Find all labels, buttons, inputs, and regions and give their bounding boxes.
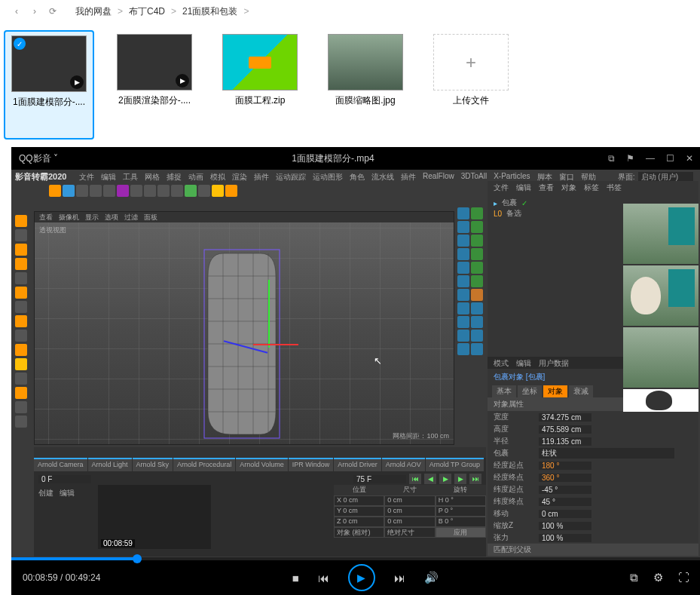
prop-value[interactable]: 180 ° xyxy=(539,462,591,470)
gizmo-x-axis[interactable] xyxy=(253,344,298,345)
menu-item[interactable]: RealFlow xyxy=(423,172,454,182)
menu-item[interactable]: 模拟 xyxy=(210,172,225,182)
vp-tab[interactable]: 过滤 xyxy=(124,213,138,222)
tool-icon[interactable] xyxy=(15,229,27,241)
prop-value[interactable]: -45 ° xyxy=(539,486,591,494)
tool-icon[interactable] xyxy=(471,235,483,247)
panel-tab[interactable]: 书签 xyxy=(607,182,622,193)
render-tab[interactable]: Arnold Light xyxy=(88,458,132,471)
tool-icon[interactable] xyxy=(15,401,27,413)
vp-tab[interactable]: 显示 xyxy=(85,213,99,222)
tool-icon[interactable] xyxy=(471,207,483,219)
crumb-root[interactable]: 我的网盘 xyxy=(69,5,118,18)
panel-tab[interactable]: 编辑 xyxy=(516,182,531,193)
tool-icon[interactable] xyxy=(471,330,483,342)
app-name[interactable]: QQ影音 ˅ xyxy=(19,152,58,165)
menu-item[interactable]: 角色 xyxy=(350,172,365,182)
menu-item[interactable]: 运动跟踪 xyxy=(276,172,306,182)
tool-icon[interactable] xyxy=(457,275,469,287)
settings-icon[interactable]: ⚙ xyxy=(653,571,663,584)
tool-icon[interactable] xyxy=(185,185,197,197)
tool-icon[interactable] xyxy=(457,330,469,342)
next-frame-icon[interactable]: ▶ xyxy=(454,474,466,484)
tool-icon[interactable] xyxy=(15,373,27,385)
menu-item[interactable]: 流水线 xyxy=(371,172,394,182)
menu-item[interactable]: 渲染 xyxy=(232,172,247,182)
tool-icon[interactable] xyxy=(457,221,469,233)
create-tab[interactable]: 创建 xyxy=(38,488,53,498)
volume-icon[interactable]: 🔊 xyxy=(424,571,439,584)
pip-icon[interactable]: ⧉ xyxy=(608,153,615,164)
crumb-p1[interactable]: 布丁C4D xyxy=(123,5,171,18)
tool-icon[interactable] xyxy=(471,289,483,301)
file-item-video2[interactable]: ▶ 2面膜渲染部分-.... xyxy=(109,30,200,140)
tool-icon[interactable] xyxy=(144,185,156,197)
file-item-zip[interactable]: 面膜工程.zip xyxy=(215,30,305,140)
tool-icon[interactable] xyxy=(15,344,27,356)
panel-tab[interactable]: 模式 xyxy=(494,358,509,367)
tool-icon[interactable] xyxy=(225,185,237,197)
goto-end-icon[interactable]: ⏭ xyxy=(469,474,481,484)
nav-refresh-icon[interactable]: ⟳ xyxy=(44,6,62,17)
tool-icon[interactable] xyxy=(15,358,27,370)
render-tab[interactable]: Arnold AOV xyxy=(382,458,425,471)
goto-start-icon[interactable]: ⏮ xyxy=(409,474,421,484)
tool-icon[interactable] xyxy=(15,244,27,256)
play-icon[interactable]: ▶ xyxy=(439,474,451,484)
timeline-ruler[interactable] xyxy=(34,447,486,458)
tool-icon[interactable] xyxy=(15,330,27,342)
tool-icon[interactable] xyxy=(117,185,129,197)
prop-value[interactable]: 100 % xyxy=(539,522,591,530)
subtab-object[interactable]: 对象 xyxy=(543,385,567,397)
menu-item[interactable]: 工具 xyxy=(123,172,138,182)
next-icon[interactable]: ⏭ xyxy=(394,572,405,584)
panel-tab[interactable]: 文件 xyxy=(494,182,509,193)
crumb-p2[interactable]: 21面膜和包装 xyxy=(176,5,243,18)
prop-dropdown[interactable]: 柱状 xyxy=(539,448,674,459)
prop-value[interactable]: 374.275 cm xyxy=(539,413,591,422)
menu-item[interactable]: 插件 xyxy=(401,172,416,182)
tool-icon[interactable] xyxy=(457,343,469,355)
tool-icon[interactable] xyxy=(171,185,183,197)
tool-icon[interactable] xyxy=(471,302,483,314)
menu-item[interactable]: 运动图形 xyxy=(313,172,343,182)
menu-item[interactable]: 网格 xyxy=(145,172,160,182)
minimize-icon[interactable]: — xyxy=(646,153,655,164)
menu-item[interactable]: 动画 xyxy=(188,172,203,182)
prop-value[interactable]: 45 ° xyxy=(539,498,591,506)
file-item-upload[interactable]: + 上传文件 xyxy=(426,30,516,140)
tool-icon[interactable] xyxy=(63,185,75,197)
progress-thumb[interactable] xyxy=(133,554,142,563)
tool-icon[interactable] xyxy=(15,215,27,227)
tool-icon[interactable] xyxy=(90,185,102,197)
frame-end[interactable]: 75 F xyxy=(353,475,406,483)
edit-tab[interactable]: 编辑 xyxy=(60,488,75,498)
menu-item[interactable]: 文件 xyxy=(79,172,94,182)
nav-back-icon[interactable]: ‹ xyxy=(8,6,26,17)
tool-icon[interactable] xyxy=(212,185,224,197)
vp-tab[interactable]: 摄像机 xyxy=(59,213,79,222)
stop-icon[interactable]: ■ xyxy=(292,572,299,584)
tool-icon[interactable] xyxy=(15,416,27,428)
tool-icon[interactable] xyxy=(15,315,27,327)
file-item-image[interactable]: 面膜缩略图.jpg xyxy=(320,30,411,140)
subtab-basic[interactable]: 基本 xyxy=(492,385,516,397)
tool-icon[interactable] xyxy=(457,207,469,219)
panel-tab[interactable]: 用户数据 xyxy=(539,358,569,367)
fullscreen-icon[interactable]: ⛶ xyxy=(678,571,689,584)
gizmo-y-axis[interactable] xyxy=(268,280,270,348)
tool-icon[interactable] xyxy=(471,221,483,233)
render-tab[interactable]: Arnold Driver xyxy=(334,458,381,471)
prop-value[interactable]: 0 cm xyxy=(539,510,591,518)
maximize-icon[interactable]: ☐ xyxy=(666,153,674,164)
tool-icon[interactable] xyxy=(471,316,483,328)
tool-icon[interactable] xyxy=(49,185,61,197)
tool-icon[interactable] xyxy=(457,302,469,314)
menu-item[interactable]: 插件 xyxy=(254,172,269,182)
viewport-3d[interactable]: 查看 摄像机 显示 选项 过滤 面板 透视视图 网格间距：100 cm ↖ xyxy=(34,211,454,445)
progress-bar[interactable] xyxy=(11,557,700,560)
prop-value[interactable]: 360 ° xyxy=(539,474,591,482)
tool-icon[interactable] xyxy=(15,272,27,284)
prev-frame-icon[interactable]: ◀ xyxy=(424,474,436,484)
render-tab[interactable]: Arnold Volume xyxy=(236,458,288,471)
